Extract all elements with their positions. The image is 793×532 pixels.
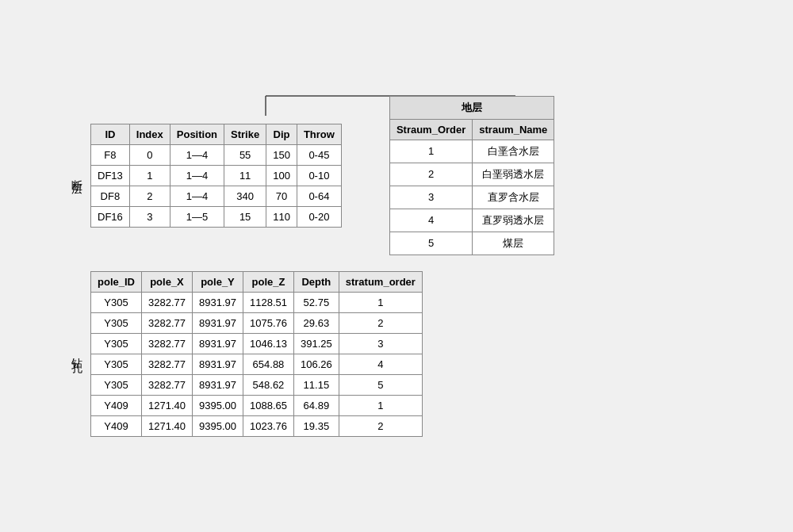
stratum-title: 地层 bbox=[389, 96, 554, 119]
borehole-cell-x: 3282.77 bbox=[141, 292, 192, 312]
stratum-wrapper: 地层 Straum_Order straum_Name 1 白垩含水层 2 白垩… bbox=[389, 96, 554, 255]
borehole-table-row: Y409 1271.40 9395.00 1088.65 64.89 1 bbox=[91, 395, 423, 415]
fault-cell-dip: 100 bbox=[266, 165, 297, 186]
fault-cell-throw: 0-45 bbox=[297, 144, 341, 165]
bottom-section: 钻孔 pole_ID pole_X pole_Y pole_Z Depth st… bbox=[63, 271, 730, 437]
borehole-col-z: pole_Z bbox=[243, 271, 293, 292]
stratum-cell-name: 直罗弱透水层 bbox=[473, 209, 554, 232]
fault-cell-position: 1—4 bbox=[170, 144, 224, 165]
fault-cell-index: 1 bbox=[129, 165, 170, 186]
stratum-cell-order: 1 bbox=[389, 140, 472, 163]
borehole-cell-z: 1075.76 bbox=[243, 312, 293, 333]
borehole-cell-depth: 29.63 bbox=[293, 312, 339, 333]
borehole-cell-order: 2 bbox=[339, 312, 422, 333]
borehole-cell-z: 1046.13 bbox=[243, 333, 293, 354]
borehole-table-row: Y305 3282.77 8931.97 1128.51 52.75 1 bbox=[91, 292, 423, 312]
borehole-cell-z: 1128.51 bbox=[243, 292, 293, 312]
fault-cell-strike: 15 bbox=[224, 206, 266, 227]
fault-cell-position: 1—4 bbox=[170, 165, 224, 186]
fault-cell-strike: 340 bbox=[224, 186, 266, 206]
borehole-cell-depth: 11.15 bbox=[293, 374, 339, 395]
fault-col-position: Position bbox=[170, 124, 224, 144]
stratum-header-row: Straum_Order straum_Name bbox=[389, 119, 554, 140]
borehole-cell-depth: 52.75 bbox=[293, 292, 339, 312]
borehole-cell-depth: 19.35 bbox=[293, 415, 339, 436]
stratum-cell-name: 直罗含水层 bbox=[473, 186, 554, 209]
borehole-table-row: Y305 3282.77 8931.97 654.88 106.26 4 bbox=[91, 354, 423, 374]
fault-table-row: DF8 2 1—4 340 70 0-64 bbox=[91, 186, 342, 206]
fault-cell-strike: 55 bbox=[224, 144, 266, 165]
fault-table-row: DF16 3 1—5 15 110 0-20 bbox=[91, 206, 342, 227]
borehole-col-depth: Depth bbox=[293, 271, 339, 292]
stratum-table-row: 1 白垩含水层 bbox=[389, 140, 554, 163]
borehole-col-y: pole_Y bbox=[192, 271, 243, 292]
fault-cell-dip: 110 bbox=[266, 206, 297, 227]
borehole-table-row: Y305 3282.77 8931.97 1046.13 391.25 3 bbox=[91, 333, 423, 354]
stratum-cell-order: 4 bbox=[389, 209, 472, 232]
fault-cell-index: 0 bbox=[129, 144, 170, 165]
borehole-cell-y: 9395.00 bbox=[192, 415, 243, 436]
borehole-cell-id: Y305 bbox=[91, 312, 142, 333]
stratum-cell-order: 3 bbox=[389, 186, 472, 209]
borehole-cell-id: Y305 bbox=[91, 292, 142, 312]
stratum-table: 地层 Straum_Order straum_Name 1 白垩含水层 2 白垩… bbox=[389, 96, 554, 255]
fault-cell-id: DF13 bbox=[91, 165, 130, 186]
borehole-wrapper: 钻孔 pole_ID pole_X pole_Y pole_Z Depth st… bbox=[63, 271, 423, 437]
fault-cell-position: 1—4 bbox=[170, 186, 224, 206]
fault-col-index: Index bbox=[129, 124, 170, 144]
main-container: 断层 ID Index Position Strike Dip Throw F8… bbox=[48, 80, 745, 453]
borehole-cell-z: 1023.76 bbox=[243, 415, 293, 436]
borehole-cell-y: 8931.97 bbox=[192, 292, 243, 312]
borehole-cell-x: 3282.77 bbox=[141, 333, 192, 354]
stratum-table-row: 4 直罗弱透水层 bbox=[389, 209, 554, 232]
borehole-cell-order: 4 bbox=[339, 354, 422, 374]
borehole-cell-order: 5 bbox=[339, 374, 422, 395]
stratum-title-row: 地层 bbox=[389, 96, 554, 119]
stratum-table-row: 3 直罗含水层 bbox=[389, 186, 554, 209]
fault-cell-strike: 11 bbox=[224, 165, 266, 186]
borehole-cell-y: 8931.97 bbox=[192, 374, 243, 395]
stratum-cell-name: 煤层 bbox=[473, 232, 554, 255]
borehole-cell-x: 3282.77 bbox=[141, 374, 192, 395]
fault-table-row: F8 0 1—4 55 150 0-45 bbox=[91, 144, 342, 165]
fault-cell-position: 1—5 bbox=[170, 206, 224, 227]
borehole-col-id: pole_ID bbox=[91, 271, 142, 292]
top-section: 断层 ID Index Position Strike Dip Throw F8… bbox=[63, 96, 730, 255]
borehole-cell-x: 3282.77 bbox=[141, 312, 192, 333]
borehole-table: pole_ID pole_X pole_Y pole_Z Depth strat… bbox=[90, 271, 423, 437]
borehole-cell-x: 1271.40 bbox=[141, 415, 192, 436]
borehole-cell-id: Y409 bbox=[91, 415, 142, 436]
fault-wrapper: 断层 ID Index Position Strike Dip Throw F8… bbox=[63, 96, 342, 255]
borehole-table-row: Y409 1271.40 9395.00 1023.76 19.35 2 bbox=[91, 415, 423, 436]
borehole-cell-depth: 64.89 bbox=[293, 395, 339, 415]
borehole-cell-order: 1 bbox=[339, 395, 422, 415]
borehole-cell-z: 548.62 bbox=[243, 374, 293, 395]
fault-cell-index: 3 bbox=[129, 206, 170, 227]
fault-label: 断层 bbox=[63, 170, 90, 180]
fault-table: ID Index Position Strike Dip Throw F8 0 … bbox=[90, 124, 342, 228]
borehole-cell-x: 3282.77 bbox=[141, 354, 192, 374]
stratum-cell-order: 5 bbox=[389, 232, 472, 255]
borehole-label: 钻孔 bbox=[63, 349, 90, 358]
borehole-cell-z: 1088.65 bbox=[243, 395, 293, 415]
stratum-table-row: 5 煤层 bbox=[389, 232, 554, 255]
borehole-cell-order: 1 bbox=[339, 292, 422, 312]
fault-cell-id: DF16 bbox=[91, 206, 130, 227]
stratum-col-order: Straum_Order bbox=[389, 119, 472, 140]
fault-cell-index: 2 bbox=[129, 186, 170, 206]
fault-cell-id: F8 bbox=[91, 144, 130, 165]
fault-cell-id: DF8 bbox=[91, 186, 130, 206]
borehole-table-row: Y305 3282.77 8931.97 548.62 11.15 5 bbox=[91, 374, 423, 395]
borehole-cell-id: Y305 bbox=[91, 354, 142, 374]
fault-col-id: ID bbox=[91, 124, 130, 144]
borehole-cell-y: 8931.97 bbox=[192, 354, 243, 374]
fault-cell-throw: 0-64 bbox=[297, 186, 341, 206]
fault-cell-dip: 70 bbox=[266, 186, 297, 206]
fault-table-row: DF13 1 1—4 11 100 0-10 bbox=[91, 165, 342, 186]
fault-col-dip: Dip bbox=[266, 124, 297, 144]
borehole-col-x: pole_X bbox=[141, 271, 192, 292]
borehole-cell-z: 654.88 bbox=[243, 354, 293, 374]
fault-cell-throw: 0-10 bbox=[297, 165, 341, 186]
borehole-header-row: pole_ID pole_X pole_Y pole_Z Depth strat… bbox=[91, 271, 423, 292]
stratum-table-row: 2 白垩弱透水层 bbox=[389, 163, 554, 186]
